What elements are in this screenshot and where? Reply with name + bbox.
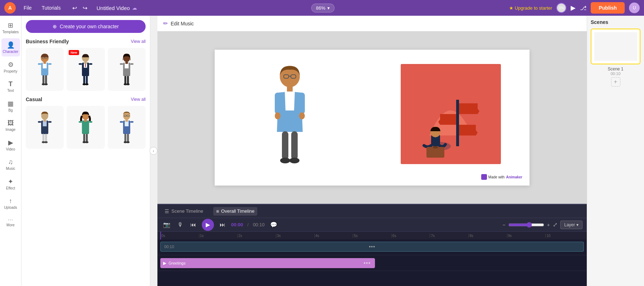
sidebar-item-more[interactable]: ··· More xyxy=(1,214,20,230)
text-icon: T xyxy=(9,80,13,88)
scenes-title: Scenes xyxy=(591,19,640,25)
timeline-main-block[interactable]: 00:10 ••• xyxy=(160,242,584,252)
sidebar-item-video[interactable]: ▶ Video xyxy=(1,136,20,154)
timeline-play-button[interactable]: ▶ xyxy=(202,219,214,231)
plus-icon: ⊕ xyxy=(53,24,57,29)
timeline-next-button[interactable]: ⏭ xyxy=(218,220,227,230)
bg-icon: ▦ xyxy=(8,100,14,108)
svg-rect-65 xyxy=(130,121,133,123)
casual-character-item-1[interactable] xyxy=(26,106,64,149)
share-button[interactable]: ⎇ xyxy=(580,5,586,11)
svg-rect-29 xyxy=(127,76,129,84)
add-scene-button[interactable]: + xyxy=(611,77,620,87)
sidebar-item-image[interactable]: 🖼 Image xyxy=(1,117,20,134)
ruler-marks: 0s 1s 2s 3s 4s 5s 6s 7s 8s 9s 10 xyxy=(160,234,584,238)
image-icon: 🖼 xyxy=(8,119,14,127)
svg-rect-6 xyxy=(44,62,46,64)
svg-rect-61 xyxy=(127,134,129,142)
svg-rect-47 xyxy=(83,134,85,142)
create-character-label: Create your own character xyxy=(60,24,119,29)
casual-character-item-3[interactable] xyxy=(108,106,146,149)
sidebar-item-bg[interactable]: ▦ Bg xyxy=(1,97,20,115)
character-item-2[interactable]: New xyxy=(67,48,104,91)
business-view-all-link[interactable]: View all xyxy=(131,39,146,44)
overall-timeline-icon: ≡ xyxy=(216,208,219,214)
ruler-mark-3: 3s xyxy=(276,234,314,238)
sidebar-item-effect[interactable]: ✦ Effect xyxy=(1,175,20,193)
property-icon: ⚙ xyxy=(8,61,14,69)
canvas-wrapper: Made with Animaker xyxy=(157,31,587,204)
svg-rect-32 xyxy=(120,63,123,65)
track-main-time: 00:10 xyxy=(164,245,174,249)
undo-button[interactable]: ↩ xyxy=(70,3,79,13)
svg-rect-8 xyxy=(45,75,47,84)
progress-circle: 0% xyxy=(556,3,566,13)
timeline-mic-button[interactable]: 🎙 xyxy=(176,220,185,230)
timeline-greetings-block[interactable]: ▶ Greetings ••• xyxy=(160,258,375,268)
timeline-zoom-slider[interactable] xyxy=(508,222,544,228)
redo-button[interactable]: ↪ xyxy=(80,3,89,13)
file-menu[interactable]: File xyxy=(21,4,34,12)
svg-point-77 xyxy=(280,158,290,163)
zoom-control[interactable]: 86% ▾ xyxy=(311,4,335,13)
svg-rect-89 xyxy=(594,32,637,61)
timeline-prev-button[interactable]: ⏮ xyxy=(189,220,197,230)
ruler-mark-1: 1s xyxy=(199,234,238,238)
sidebar-item-uploads[interactable]: ↑ Uploads xyxy=(1,194,20,212)
canvas-stage[interactable]: Made with Animaker xyxy=(215,50,530,186)
sidebar-item-music[interactable]: ♫ Music xyxy=(1,156,20,173)
svg-point-78 xyxy=(289,158,299,163)
preview-play-button[interactable]: ▶ xyxy=(571,4,576,12)
svg-rect-80 xyxy=(456,100,459,146)
greetings-label: Greetings xyxy=(169,261,186,265)
timeline-right-controls: − + ⤢ Layer ▾ xyxy=(503,221,582,229)
star-icon: ★ xyxy=(509,5,513,11)
character-icon: 👤 xyxy=(7,41,15,49)
business-character-grid: New xyxy=(26,48,146,91)
greetings-more-icon[interactable]: ••• xyxy=(364,260,371,266)
timeline-camera-button[interactable]: 📷 xyxy=(162,220,172,230)
tab-overall-timeline[interactable]: ≡ Overall Timeline xyxy=(213,207,257,216)
svg-rect-87 xyxy=(426,147,444,158)
sidebar-item-property[interactable]: ⚙ Property xyxy=(1,58,20,76)
casual-view-all-link[interactable]: View all xyxy=(131,97,146,102)
layer-button[interactable]: Layer ▾ xyxy=(560,221,582,229)
create-character-button[interactable]: ⊕ Create your own character xyxy=(26,20,146,33)
topbar-center: 86% ▾ xyxy=(143,4,503,13)
svg-point-63 xyxy=(126,141,130,143)
character-item-1[interactable] xyxy=(26,48,64,91)
avatar: U xyxy=(629,3,640,13)
svg-rect-88 xyxy=(433,146,438,148)
svg-rect-59 xyxy=(125,120,128,122)
sidebar-item-text[interactable]: T Text xyxy=(1,78,20,95)
casual-character-item-2[interactable] xyxy=(67,106,104,149)
upgrade-button[interactable]: ★ Upgrade to starter xyxy=(509,5,552,11)
tab-scene-timeline[interactable]: ☰ Scene Timeline xyxy=(162,207,206,216)
canvas-character[interactable] xyxy=(272,60,308,175)
sidebar-item-templates[interactable]: ⊞ Templates xyxy=(1,19,20,37)
character-item-3[interactable] xyxy=(108,48,146,91)
timeline-time-separator: / xyxy=(247,222,249,227)
topbar-right: ★ Upgrade to starter 0% ▶ ⎇ Publish U xyxy=(509,2,640,14)
sidebar-item-character[interactable]: 👤 Character xyxy=(1,38,20,56)
scene-1-thumbnail[interactable] xyxy=(591,29,640,64)
scene-1-label: Scene 1 xyxy=(591,66,640,72)
casual-character-grid xyxy=(26,106,146,149)
publish-button[interactable]: Publish xyxy=(591,2,625,14)
svg-point-74 xyxy=(299,112,305,119)
layer-arrow-icon: ▾ xyxy=(576,222,579,227)
app-logo: A xyxy=(4,2,16,14)
svg-rect-7 xyxy=(43,75,44,84)
svg-rect-72 xyxy=(299,93,305,114)
timeline-area: ☰ Scene Timeline ≡ Overall Timeline 📷 🎙 … xyxy=(157,204,587,286)
collapse-panel-button[interactable]: ‹ xyxy=(150,147,157,155)
casual-character-2-svg xyxy=(73,109,98,145)
svg-rect-42 xyxy=(38,121,41,123)
tutorials-menu[interactable]: Tutorials xyxy=(40,4,63,12)
ruler-mark-0: 0s xyxy=(160,234,199,238)
timeline-subtitle-button[interactable]: 💬 xyxy=(269,220,279,230)
track-main-dots: ••• xyxy=(369,244,375,250)
casual-character-3-svg xyxy=(114,109,139,145)
animaker-watermark: Made with Animaker xyxy=(478,173,525,181)
casual-section-title: Casual xyxy=(26,97,42,102)
